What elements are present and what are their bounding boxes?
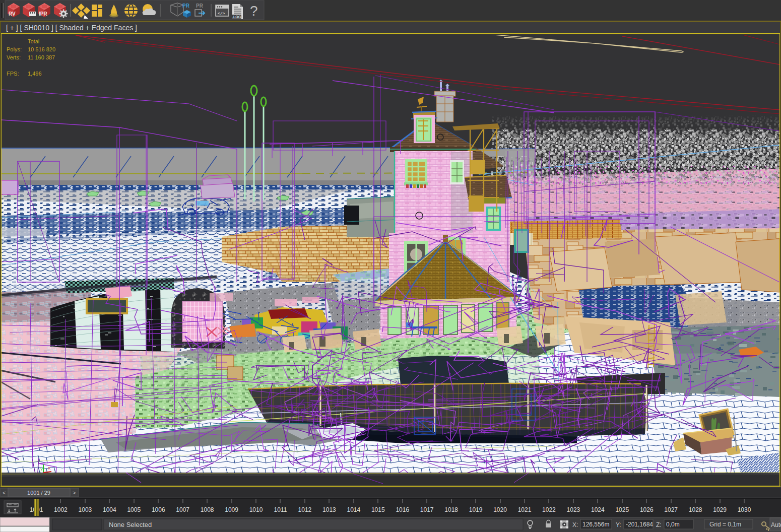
svg-text:[ + ] [ SH0010 ] [ Shaded + Ed: [ + ] [ SH0010 ] [ Shaded + Edged Faces … [6,24,137,32]
svg-text:1008: 1008 [201,506,214,513]
svg-text:1004: 1004 [103,506,116,513]
svg-text:1022: 1022 [542,506,556,513]
svg-text:1,496: 1,496 [28,71,42,77]
svg-text:1016: 1016 [396,506,409,513]
svg-text:1029: 1029 [713,506,727,513]
svg-text:1026: 1026 [640,506,654,513]
svg-text:1015: 1015 [371,506,385,513]
svg-text:Total: Total [28,38,39,44]
svg-text:IPR: IPR [39,11,47,17]
svg-text:11 160 387: 11 160 387 [28,54,55,60]
svg-text:1005: 1005 [127,506,141,513]
svg-text:FPS:: FPS: [7,71,19,77]
svg-text:1027: 1027 [664,506,678,513]
svg-text:10 516 820: 10 516 820 [28,46,55,52]
svg-text:PR: PR [182,3,190,9]
svg-text:1010: 1010 [249,506,263,513]
svg-text:-201,1684: -201,1684 [626,521,653,528]
svg-text:1023: 1023 [567,506,580,513]
svg-text:1003: 1003 [79,506,92,513]
svg-text:X: X [48,466,51,471]
svg-text:1001 / 29: 1001 / 29 [27,490,50,496]
svg-text:1020: 1020 [493,506,507,513]
svg-text:Auto: Auto [771,521,781,528]
svg-text:1011: 1011 [274,506,287,513]
svg-text:Grid = 0,1m: Grid = 0,1m [709,521,741,528]
svg-text:1024: 1024 [591,506,605,513]
svg-text:1021: 1021 [518,506,532,513]
svg-text:1017: 1017 [420,506,434,513]
svg-text:1018: 1018 [444,506,458,513]
svg-text:None Selected: None Selected [109,521,152,528]
svg-text:126,556m: 126,556m [582,521,609,528]
svg-text:1028: 1028 [689,506,702,513]
svg-text:RV: RV [9,11,16,17]
svg-text:1014: 1014 [347,506,360,513]
svg-text:Verts:: Verts: [7,54,21,60]
svg-text:1012: 1012 [298,506,312,513]
svg-text:Polys:: Polys: [7,46,22,52]
svg-text:Z:: Z: [656,521,662,528]
svg-text:1030: 1030 [738,506,751,513]
svg-text:>: > [73,490,76,496]
svg-text:</>: </> [218,11,225,16]
svg-text:1025: 1025 [615,506,629,513]
svg-text:<: < [3,490,6,496]
svg-text:1009: 1009 [225,506,238,513]
svg-text:1007: 1007 [176,506,189,513]
svg-text:?: ? [250,3,258,19]
svg-text:PR: PR [196,3,204,9]
svg-text:1019: 1019 [469,506,483,513]
svg-text:Y: Y [40,467,43,472]
svg-text:1013: 1013 [322,506,336,513]
svg-text:1006: 1006 [152,506,165,513]
svg-text:Y:: Y: [616,521,621,528]
svg-text:X:: X: [572,521,578,528]
svg-text:.LOG: .LOG [232,15,241,19]
svg-text:0,0m: 0,0m [666,521,680,528]
svg-text:1002: 1002 [54,506,68,513]
